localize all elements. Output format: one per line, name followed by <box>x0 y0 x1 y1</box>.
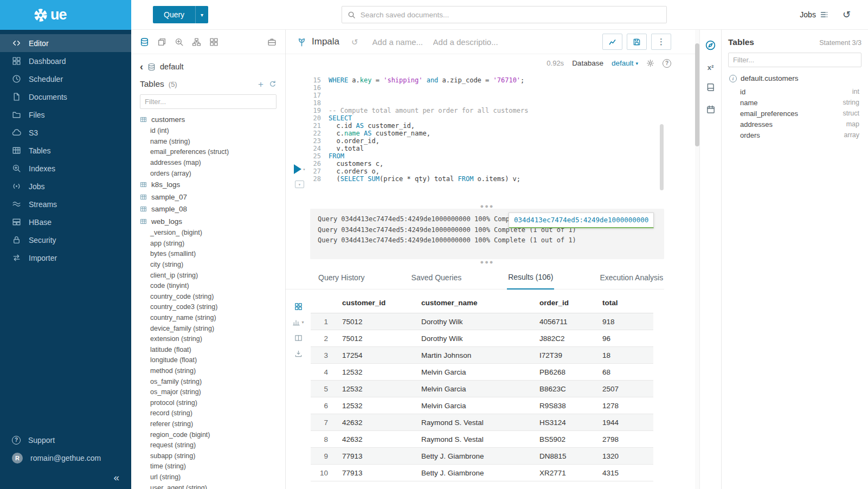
result-cell[interactable]: R9S838 <box>534 397 597 414</box>
main-scrollbar[interactable] <box>695 30 699 489</box>
result-cell[interactable]: Dorothy Wilk <box>416 330 534 347</box>
documents-assist-icon[interactable] <box>157 37 166 47</box>
databases-assist-icon[interactable] <box>140 37 149 47</box>
assist-column[interactable]: longitude (float) <box>131 355 285 366</box>
assist-column[interactable]: protocol (string) <box>131 397 285 408</box>
assist-column[interactable]: latitude (float) <box>131 344 285 355</box>
result-cell[interactable]: 1944 <box>597 414 653 431</box>
assist-column[interactable]: user_agent (string) <box>131 482 285 489</box>
right-panel-filter-input[interactable] <box>728 53 861 67</box>
results-columns-button[interactable] <box>294 334 303 342</box>
database-selector[interactable]: default▾ <box>612 59 638 67</box>
assist-column[interactable]: id (int) <box>131 126 285 137</box>
collapse-sidebar-icon[interactable]: « <box>113 472 119 482</box>
result-cell[interactable]: DN8815 <box>534 448 597 465</box>
save-button[interactable] <box>627 34 647 50</box>
sidebar-item-documents[interactable]: Documents <box>0 88 131 106</box>
assist-column[interactable]: name (string) <box>131 136 285 147</box>
assist-column[interactable]: country_code (string) <box>131 291 285 302</box>
result-cell[interactable]: Martin Johnson <box>416 347 534 364</box>
tab-query-history[interactable]: Query History <box>317 273 366 289</box>
user-account[interactable]: R romain@gethue.com <box>0 449 131 467</box>
assist-column[interactable]: os_major (string) <box>131 387 285 397</box>
result-cell[interactable]: Melvin Garcia <box>416 397 534 414</box>
assist-table-customers[interactable]: customers <box>131 113 285 126</box>
results-grid-button[interactable] <box>294 303 303 311</box>
result-row[interactable]: 842632Raymond S. VestalBS59022798 <box>311 431 653 448</box>
query-description-input[interactable] <box>433 37 498 47</box>
result-cell[interactable]: 42632 <box>337 431 416 448</box>
assist-column[interactable]: country_code3 (string) <box>131 302 285 313</box>
resize-handle[interactable]: ●●● <box>310 259 664 265</box>
assist-column[interactable]: region_code (bigint) <box>131 429 285 440</box>
sidebar-item-files[interactable]: Files <box>0 106 131 124</box>
sidebar-item-hbase[interactable]: HBase <box>0 213 131 231</box>
result-cell[interactable]: 17254 <box>337 347 416 364</box>
active-table-row[interactable]: i default.customers <box>729 74 860 82</box>
sidebar-item-dashboard[interactable]: Dashboard <box>0 52 131 70</box>
search-input[interactable] <box>361 11 661 19</box>
tab-saved-queries[interactable]: Saved Queries <box>410 273 463 289</box>
query-button[interactable]: Query <box>153 6 195 23</box>
result-cell[interactable]: Betty J. Giambrone <box>416 448 534 465</box>
breadcrumb-database-name[interactable]: default <box>160 62 184 71</box>
add-table-icon[interactable]: + <box>258 80 263 89</box>
hue-logo[interactable]: ue <box>0 0 131 30</box>
assist-column[interactable]: time (string) <box>131 461 285 472</box>
tab-execution-analysis[interactable]: Execution Analysis <box>599 273 664 289</box>
assist-column[interactable]: url (string) <box>131 472 285 482</box>
help-icon[interactable]: ? <box>663 59 671 68</box>
result-cell[interactable]: Raymond S. Vestal <box>416 431 534 448</box>
sidebar-item-tables[interactable]: Tables <box>0 141 131 159</box>
result-cell[interactable]: 918 <box>597 313 653 330</box>
search-assist-icon[interactable] <box>175 37 184 47</box>
jobs-link[interactable]: Jobs <box>800 10 828 19</box>
right-panel-column-email_preferences[interactable]: email_preferencesstruct <box>728 108 861 119</box>
sidebar-item-security[interactable]: Security <box>0 231 131 249</box>
column-header-order_id[interactable]: order_id <box>534 294 597 313</box>
sidebar-item-s3[interactable]: S3 <box>0 124 131 141</box>
back-chevron-icon[interactable]: ‹ <box>140 62 143 72</box>
assist-column[interactable]: referer (string) <box>131 419 285 429</box>
result-cell[interactable]: 4056711 <box>534 313 597 330</box>
result-cell[interactable]: 77913 <box>337 448 416 465</box>
assistant-icon[interactable] <box>705 40 716 53</box>
statement-options-icon[interactable]: ▾ <box>295 181 304 188</box>
result-row[interactable]: 512532Melvin GarciaB8623C2507 <box>311 381 653 397</box>
result-cell[interactable]: Melvin Garcia <box>416 364 534 381</box>
assist-column[interactable]: os_family (string) <box>131 376 285 387</box>
functions-icon[interactable]: x² <box>708 63 714 72</box>
result-cell[interactable]: Dorothy Wilk <box>416 313 534 330</box>
assist-column[interactable]: subapp (string) <box>131 451 285 461</box>
query-dropdown-caret-icon[interactable]: ▾ <box>195 6 208 23</box>
right-panel-column-name[interactable]: namestring <box>728 97 861 108</box>
hdfs-assist-icon[interactable] <box>192 37 201 47</box>
result-row[interactable]: 317254Martin JohnsonI72T3918 <box>311 347 653 364</box>
assist-column[interactable]: record (string) <box>131 408 285 419</box>
result-cell[interactable]: I72T39 <box>534 347 597 364</box>
result-row[interactable]: 977913Betty J. GiambroneDN88151320 <box>311 448 653 465</box>
result-cell[interactable]: 12532 <box>337 397 416 414</box>
assist-column[interactable]: code (tinyint) <box>131 280 285 291</box>
context-assist-icon[interactable] <box>267 37 277 47</box>
column-header-total[interactable]: total <box>597 294 653 313</box>
result-cell[interactable]: 75012 <box>337 330 416 347</box>
result-cell[interactable]: 96 <box>597 330 653 347</box>
refresh-icon[interactable] <box>269 80 277 88</box>
assist-column[interactable]: country_name (string) <box>131 312 285 323</box>
assist-table-sample_08[interactable]: sample_08 <box>131 203 285 215</box>
result-cell[interactable]: 4315 <box>597 465 653 481</box>
editor-scrollbar[interactable] <box>660 124 664 190</box>
result-cell[interactable]: 2507 <box>597 381 653 397</box>
assist-column[interactable]: email_preferences (struct) <box>131 147 285 158</box>
result-cell[interactable]: 12532 <box>337 381 416 397</box>
right-panel-column-addresses[interactable]: addressesmap <box>728 119 861 130</box>
query-history-icon[interactable]: ↺ <box>843 10 851 20</box>
apps-assist-icon[interactable] <box>209 37 218 47</box>
result-cell[interactable]: Raymond S. Vestal <box>416 414 534 431</box>
assist-column[interactable]: request (string) <box>131 440 285 451</box>
assist-table-web_logs[interactable]: web_logs <box>131 215 285 228</box>
result-cell[interactable]: B8623C <box>534 381 597 397</box>
column-header-customer_id[interactable]: customer_id <box>337 294 416 313</box>
result-cell[interactable]: 1320 <box>597 448 653 465</box>
